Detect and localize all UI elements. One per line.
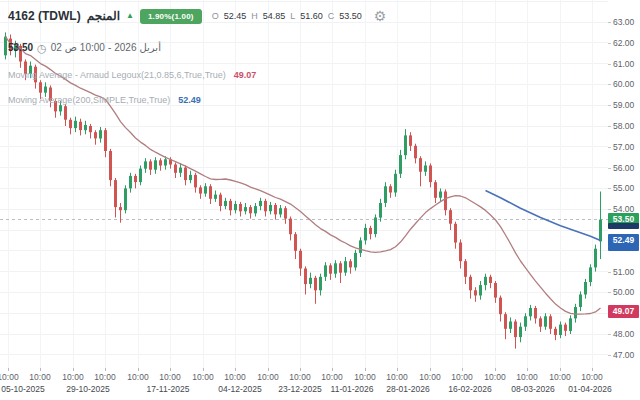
x-axis-hour-label: 10:00 [386,372,407,382]
x-axis-tick [138,368,139,371]
x-axis-date-label: 29-10-2025 [66,384,109,394]
close-value: 53.50 [339,11,362,21]
y-axis-tick [608,147,611,148]
candlestick-chart[interactable] [0,0,640,400]
x-axis-hour-label: 10:00 [451,372,472,382]
y-axis-label: 56.00 [613,163,634,173]
x-axis-date-label: 11-01-2026 [331,384,374,394]
x-axis-date-label: 28-01-2026 [386,384,429,394]
x-axis-hour-label: 10:00 [29,372,50,382]
y-axis-label: 63.00 [613,17,634,27]
open-label: O [212,11,219,21]
y-axis-label: 62.00 [613,38,634,48]
x-axis-tick [170,368,171,371]
countdown-strip [608,223,639,229]
y-axis-tick [608,22,611,23]
x-axis-hour-label: 10:00 [321,372,342,382]
y-axis-label: 48.00 [613,329,634,339]
x-axis-date-label: 05-10-2025 [1,384,44,394]
close-label: C [328,11,335,21]
x-axis-hour-label: 10:00 [94,372,115,382]
x-axis-tick [495,368,496,371]
x-axis-tick [268,368,269,371]
y-axis-tick [608,64,611,65]
x-axis-date-label: 08-03-2026 [511,384,554,394]
x-axis-tick [592,368,593,371]
high-label: H [251,11,258,21]
x-axis-tick [527,368,528,371]
trading-chart-window: 63.0062.0061.0060.0059.0058.0057.0056.00… [0,0,640,400]
x-axis-hour-label: 10:00 [549,372,570,382]
badge-sliver [608,246,639,251]
chart-header: 4162 (TDWL) المنجم ▲ 1.90%(1.00) O 52.45… [8,6,386,26]
y-axis-label: 50.00 [613,287,634,297]
legend-ma200: Moving Average(200,SIMPLE,True,True) 52.… [8,95,201,105]
info-date-token: 02 [51,42,62,53]
x-axis-hour-label: 10:00 [0,372,19,382]
legend-ma200-label: Moving Average(200,SIMPLE,True,True) [8,95,170,105]
x-axis-hour-label: 10:00 [224,372,245,382]
symbol-title: 4162 (TDWL) [8,9,81,23]
x-axis-tick [105,368,106,371]
x-axis-tick [560,368,561,371]
x-axis-hour-label: 10:00 [484,372,505,382]
high-value: 54.85 [263,11,286,21]
x-axis-tick [8,368,9,371]
alma-price-badge: 49.07 [608,305,639,318]
info-date-token: - [108,42,111,53]
y-axis-label: 59.00 [613,100,634,110]
symbol-name-arabic: المنجم [87,9,120,23]
ohlc-readout: O 52.45 H 54.85 L 51.60 C 53.50 [212,11,362,21]
x-axis-date-label: 16-02-2026 [448,384,491,394]
x-axis-tick [397,368,398,371]
x-axis-date-label: 01-04-2026 [568,384,611,394]
legend-alma-label: Moving Average - Arnaud Legoux(21,0.85,6… [8,70,226,80]
x-axis-hour-label: 10:00 [159,372,180,382]
y-axis-tick [608,334,611,335]
clock-icon: ◷ [37,43,47,53]
gear-icon[interactable]: ⚙ [374,8,387,24]
x-axis-tick [40,368,41,371]
info-date: 02ص10:00-2026أبريل [51,42,161,53]
x-axis-tick [430,368,431,371]
x-axis-hour-label: 10:00 [581,372,602,382]
y-axis-tick [608,168,611,169]
change-badge: 1.90%(1.00) [140,9,202,24]
low-value: 51.60 [300,11,323,21]
x-axis-tick [332,368,333,371]
y-axis-tick [608,272,611,273]
info-date-token: أبريل [139,42,160,53]
y-axis-tick [608,105,611,106]
x-axis-hour-label: 10:00 [192,372,213,382]
legend-alma: Moving Average - Arnaud Legoux(21,0.85,6… [8,70,256,80]
x-axis-hour-label: 10:00 [127,372,148,382]
info-date-token: 2026 [114,42,136,53]
x-axis-hour-label: 10:00 [516,372,537,382]
x-axis-tick [73,368,74,371]
x-axis-hour-label: 10:00 [354,372,375,382]
legend-alma-value: 49.07 [234,70,257,80]
legend-ma200-value: 52.49 [178,95,201,105]
y-axis-tick [608,84,611,85]
x-axis-tick [300,368,301,371]
y-axis-tick [608,209,611,210]
y-axis-tick [608,355,611,356]
x-axis-date-label: 04-12-2025 [218,384,261,394]
x-axis-tick [462,368,463,371]
x-axis-tick [365,368,366,371]
y-axis-label: 57.00 [613,142,634,152]
x-axis-tick [235,368,236,371]
y-axis-label: 60.00 [613,79,634,89]
x-axis-hour-label: 10:00 [289,372,310,382]
y-axis-label: 58.00 [613,121,634,131]
y-axis-tick [608,188,611,189]
y-axis-tick [608,43,611,44]
x-axis-date-label: 17-11-2025 [147,384,190,394]
info-date-token: 10:00 [80,42,105,53]
info-price: 53.50 [8,42,33,53]
crosshair-info-line: 53.50 ◷ 02ص10:00-2026أبريل [8,42,161,53]
y-axis-label: 47.00 [613,350,634,360]
low-label: L [290,11,295,21]
y-axis-label: 51.00 [613,267,634,277]
time-axis[interactable]: 10:0010:0010:0010:0010:0010:0010:0010:00… [0,368,640,400]
